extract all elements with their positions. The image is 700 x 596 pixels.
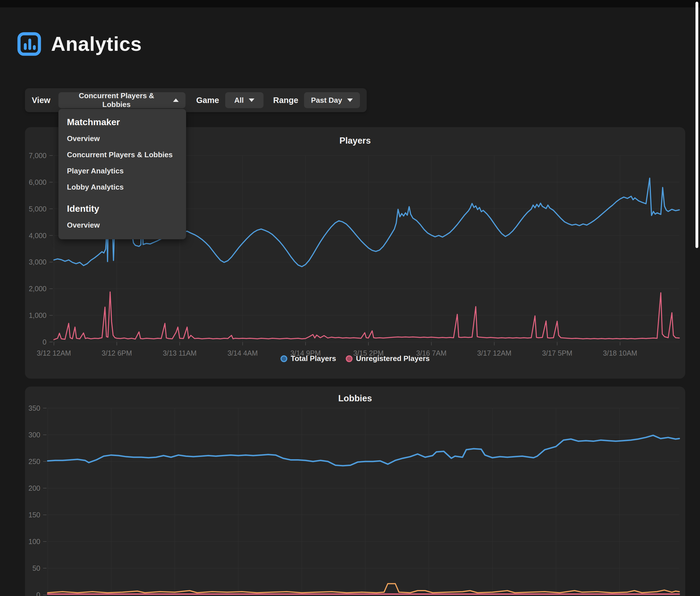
svg-text:200: 200 <box>28 484 40 492</box>
view-dropdown-menu: Matchmaker Overview Concurrent Players &… <box>58 109 186 239</box>
chevron-down-icon <box>347 98 353 102</box>
game-label: Game <box>196 96 219 105</box>
view-label: View <box>32 96 51 105</box>
view-dropdown[interactable]: Concurrent Players & Lobbies <box>58 92 185 108</box>
svg-text:0: 0 <box>36 591 40 596</box>
page-title: Analytics <box>51 33 142 55</box>
range-label: Range <box>273 96 299 105</box>
menu-section-identity: Identity <box>67 203 178 214</box>
range-dropdown-value: Past Day <box>311 96 342 105</box>
chevron-down-icon <box>249 98 254 102</box>
svg-text:250: 250 <box>28 457 40 466</box>
menu-item-player-analytics[interactable]: Player Analytics <box>67 167 178 175</box>
view-dropdown-value: Concurrent Players & Lobbies <box>65 91 168 109</box>
svg-text:6,000: 6,000 <box>29 178 47 186</box>
unregistered-players-dot-icon <box>346 355 353 362</box>
svg-text:100: 100 <box>28 538 40 545</box>
legend-item-unregistered-players[interactable]: Unregistered Players <box>346 354 430 363</box>
svg-text:350: 350 <box>28 404 40 412</box>
players-legend: Total Players Unregistered Players <box>25 354 685 363</box>
svg-text:150: 150 <box>28 511 40 519</box>
legend-label: Total Players <box>291 354 336 363</box>
bar-chart-icon <box>17 32 42 56</box>
menu-section-matchmaker: Matchmaker <box>67 117 178 127</box>
svg-text:7,000: 7,000 <box>29 152 47 159</box>
chevron-up-icon <box>173 98 179 102</box>
game-dropdown[interactable]: All <box>225 92 263 108</box>
legend-label: Unregistered Players <box>356 354 430 363</box>
range-dropdown[interactable]: Past Day <box>304 92 360 108</box>
top-strip <box>0 0 700 7</box>
svg-text:0: 0 <box>43 338 47 346</box>
svg-text:4,000: 4,000 <box>29 231 47 240</box>
game-dropdown-value: All <box>234 96 244 105</box>
svg-text:5,000: 5,000 <box>29 205 47 213</box>
legend-item-total-players[interactable]: Total Players <box>281 354 336 363</box>
menu-section-gap <box>67 199 178 203</box>
scrollbar-thumb[interactable] <box>696 2 698 248</box>
menu-item-identity-overview[interactable]: Overview <box>67 221 178 230</box>
menu-item-matchmaker-overview[interactable]: Overview <box>67 134 178 143</box>
menu-item-concurrent-players-lobbies[interactable]: Concurrent Players & Lobbies <box>67 150 178 159</box>
svg-text:50: 50 <box>32 564 40 572</box>
toolbar: View Concurrent Players & Lobbies Game A… <box>25 88 367 112</box>
page-header: Analytics <box>17 32 142 56</box>
svg-text:2,000: 2,000 <box>29 285 47 293</box>
svg-text:300: 300 <box>28 431 40 439</box>
menu-item-lobby-analytics[interactable]: Lobby Analytics <box>67 183 178 192</box>
analytics-page: Analytics View Concurrent Players & Lobb… <box>0 0 700 596</box>
svg-text:3,000: 3,000 <box>29 258 47 266</box>
total-players-dot-icon <box>281 355 287 362</box>
lobbies-chart: 050100150200250300350 <box>25 387 685 596</box>
lobbies-chart-panel: Lobbies 050100150200250300350 <box>25 387 685 596</box>
svg-text:1,000: 1,000 <box>29 311 47 319</box>
